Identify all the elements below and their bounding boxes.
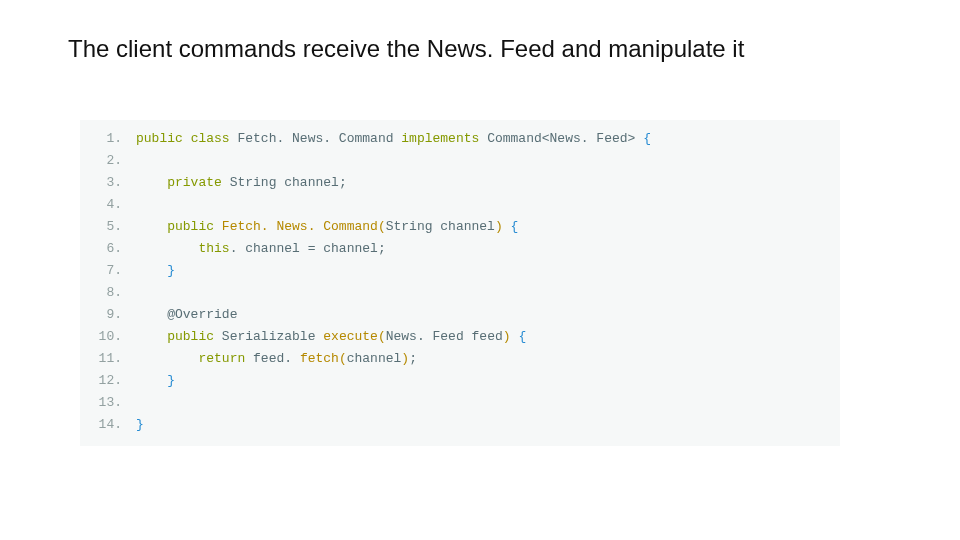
code-source: this. channel = channel; <box>130 238 840 260</box>
code-token: implements <box>401 131 479 146</box>
code-token: channel <box>245 241 300 256</box>
code-token: < <box>542 131 550 146</box>
code-token: public <box>136 131 183 146</box>
code-token: . <box>284 351 300 366</box>
code-token: execute <box>323 329 378 344</box>
code-token: } <box>167 263 175 278</box>
line-number: 6. <box>80 238 130 260</box>
code-token: News. Feed <box>550 131 628 146</box>
code-token: class <box>191 131 230 146</box>
code-token: Serializable <box>222 329 316 344</box>
code-line: 11. return feed. fetch(channel); <box>80 348 840 370</box>
code-token <box>214 219 222 234</box>
line-number: 5. <box>80 216 130 238</box>
code-token <box>136 263 167 278</box>
code-token: ; <box>339 175 347 190</box>
code-line: 3. private String channel; <box>80 172 840 194</box>
code-token: ) <box>503 329 511 344</box>
code-token: String <box>386 219 433 234</box>
code-source: public Fetch. News. Command(String chann… <box>130 216 840 238</box>
code-line: 7. } <box>80 260 840 282</box>
code-token <box>136 241 198 256</box>
code-line: 5. public Fetch. News. Command(String ch… <box>80 216 840 238</box>
line-number: 9. <box>80 304 130 326</box>
code-token: ; <box>378 241 386 256</box>
code-source: public Serializable execute(News. Feed f… <box>130 326 840 348</box>
code-token: public <box>167 329 214 344</box>
code-line: 8. <box>80 282 840 304</box>
line-number: 3. <box>80 172 130 194</box>
code-source: return feed. fetch(channel); <box>130 348 840 370</box>
line-number: 11. <box>80 348 130 370</box>
code-token <box>245 351 253 366</box>
code-token: . <box>230 241 246 256</box>
code-token: Command <box>487 131 542 146</box>
line-number: 8. <box>80 282 130 304</box>
code-token: ) <box>495 219 503 234</box>
code-token <box>136 307 167 322</box>
code-token <box>136 373 167 388</box>
code-token: channel <box>347 351 402 366</box>
code-token: { <box>643 131 651 146</box>
code-token: private <box>167 175 222 190</box>
slide: The client commands receive the News. Fe… <box>0 0 960 540</box>
code-source <box>130 282 840 304</box>
line-number: 4. <box>80 194 130 216</box>
code-source: private String channel; <box>130 172 840 194</box>
code-line: 1.public class Fetch. News. Command impl… <box>80 128 840 150</box>
code-line: 9. @Override <box>80 304 840 326</box>
code-token: ( <box>378 219 386 234</box>
code-token: ) <box>401 351 409 366</box>
code-token: public <box>167 219 214 234</box>
code-token: ( <box>378 329 386 344</box>
line-number: 10. <box>80 326 130 348</box>
code-source: } <box>130 414 840 436</box>
code-line: 4. <box>80 194 840 216</box>
code-block: 1.public class Fetch. News. Command impl… <box>80 120 840 446</box>
code-source: @Override <box>130 304 840 326</box>
code-line: 12. } <box>80 370 840 392</box>
code-line: 13. <box>80 392 840 414</box>
code-token: @Override <box>167 307 237 322</box>
line-number: 14. <box>80 414 130 436</box>
code-token: channel <box>323 241 378 256</box>
code-token: Fetch. News. Command <box>237 131 393 146</box>
code-token: feed <box>253 351 284 366</box>
code-token: { <box>518 329 526 344</box>
slide-heading: The client commands receive the News. Fe… <box>68 36 744 62</box>
code-token <box>479 131 487 146</box>
code-token: fetch <box>300 351 339 366</box>
code-token: } <box>167 373 175 388</box>
code-token: } <box>136 417 144 432</box>
code-token <box>464 329 472 344</box>
code-line: 10. public Serializable execute(News. Fe… <box>80 326 840 348</box>
code-token: News. Feed <box>386 329 464 344</box>
code-line: 6. this. channel = channel; <box>80 238 840 260</box>
code-token <box>136 175 167 190</box>
code-token <box>222 175 230 190</box>
line-number: 2. <box>80 150 130 172</box>
code-token: { <box>511 219 519 234</box>
code-source: } <box>130 260 840 282</box>
code-token: return <box>198 351 245 366</box>
code-token: channel <box>284 175 339 190</box>
code-token: ; <box>409 351 417 366</box>
line-number: 1. <box>80 128 130 150</box>
code-token: String <box>230 175 277 190</box>
code-line: 2. <box>80 150 840 172</box>
code-source <box>130 150 840 172</box>
line-number: 7. <box>80 260 130 282</box>
code-line: 14.} <box>80 414 840 436</box>
code-token <box>136 329 167 344</box>
code-token: feed <box>472 329 503 344</box>
code-token: this <box>198 241 229 256</box>
code-token: channel <box>440 219 495 234</box>
code-token <box>214 329 222 344</box>
code-token: Fetch. News. Command <box>222 219 378 234</box>
code-token: ( <box>339 351 347 366</box>
line-number: 13. <box>80 392 130 414</box>
code-source: public class Fetch. News. Command implem… <box>130 128 840 150</box>
code-token <box>183 131 191 146</box>
code-token: = <box>300 241 323 256</box>
line-number: 12. <box>80 370 130 392</box>
